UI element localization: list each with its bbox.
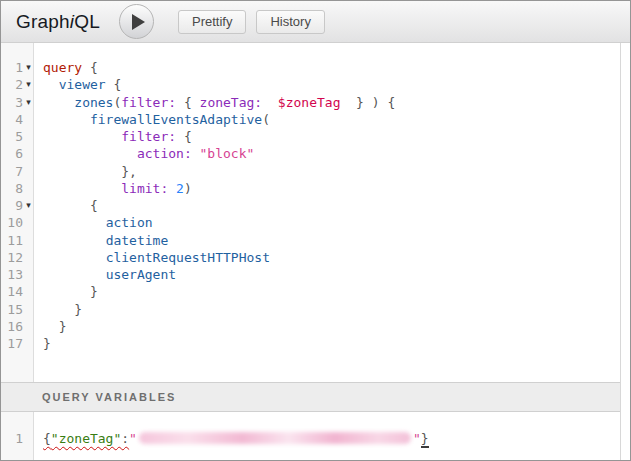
code-text: query { — [34, 59, 620, 76]
line-gutter: 5 — [1, 128, 34, 145]
variables-code-lines: 1{"zoneTag":""} — [1, 412, 620, 447]
line-gutter: 16 — [1, 318, 34, 335]
fold-gutter-spacer — [23, 430, 34, 447]
code-text: }, — [34, 163, 620, 180]
code-line[interactable]: 6 action: "block" — [1, 145, 620, 162]
main-area: 1▾query {2▾ viewer {3▾ zones(filter: { z… — [1, 43, 630, 460]
fold-gutter-spacer — [23, 163, 34, 180]
line-number: 7 — [1, 163, 23, 180]
code-text: filter: { — [34, 128, 620, 145]
code-text: zones(filter: { zoneTag: $zoneTag } ) { — [34, 94, 620, 111]
code-text: { — [34, 197, 620, 214]
code-line[interactable]: 1{"zoneTag":""} — [1, 430, 620, 447]
toolbar: GraphiQL Prettify History — [1, 1, 630, 43]
line-gutter: 2▾ — [1, 76, 34, 93]
code-line[interactable]: 10 action — [1, 214, 620, 231]
line-number: 15 — [1, 301, 23, 318]
code-line[interactable]: 16 } — [1, 318, 620, 335]
fold-gutter-spacer — [23, 249, 34, 266]
variables-editor[interactable]: 1{"zoneTag":""} — [1, 412, 620, 460]
pane-divider[interactable] — [621, 43, 630, 460]
code-text: userAgent — [34, 266, 620, 283]
fold-gutter-spacer — [23, 232, 34, 249]
fold-gutter-spacer — [23, 335, 34, 352]
line-number: 17 — [1, 335, 23, 352]
fold-arrow-icon[interactable]: ▾ — [23, 59, 34, 76]
line-number: 3 — [1, 94, 23, 111]
line-gutter: 6 — [1, 145, 34, 162]
code-line[interactable]: 2▾ viewer { — [1, 76, 620, 93]
code-line[interactable]: 12 clientRequestHTTPHost — [1, 249, 620, 266]
line-number: 2 — [1, 76, 23, 93]
line-number: 11 — [1, 232, 23, 249]
line-gutter: 17 — [1, 335, 34, 352]
fold-gutter-spacer — [23, 180, 34, 197]
code-line[interactable]: 11 datetime — [1, 232, 620, 249]
code-line[interactable]: 1▾query { — [1, 59, 620, 76]
fold-arrow-icon[interactable]: ▾ — [23, 197, 34, 214]
line-gutter: 13 — [1, 266, 34, 283]
query-code-lines: 1▾query {2▾ viewer {3▾ zones(filter: { z… — [1, 43, 620, 352]
code-text: limit: 2) — [34, 180, 620, 197]
line-gutter: 14 — [1, 283, 34, 300]
fold-gutter-spacer — [23, 128, 34, 145]
line-number: 12 — [1, 249, 23, 266]
logo-text-graph: Graph — [16, 11, 70, 32]
line-number: 4 — [1, 111, 23, 128]
code-text: firewallEventsAdaptive( — [34, 111, 620, 128]
redacted-value — [139, 432, 411, 444]
code-line[interactable]: 4 firewallEventsAdaptive( — [1, 111, 620, 128]
code-text: } — [34, 283, 620, 300]
line-number: 1 — [1, 59, 23, 76]
line-gutter: 9▾ — [1, 197, 34, 214]
code-line[interactable]: 13 userAgent — [1, 266, 620, 283]
line-number: 9 — [1, 197, 23, 214]
line-gutter: 1▾ — [1, 59, 34, 76]
code-text: {"zoneTag":""} — [34, 430, 620, 447]
code-line[interactable]: 5 filter: { — [1, 128, 620, 145]
graphiql-app: GraphiQL Prettify History 1▾query {2▾ vi… — [0, 0, 631, 461]
prettify-button[interactable]: Prettify — [178, 10, 246, 34]
code-text: } — [34, 318, 620, 335]
history-button[interactable]: History — [256, 10, 324, 34]
line-number: 10 — [1, 214, 23, 231]
line-gutter: 10 — [1, 214, 34, 231]
query-pane: 1▾query {2▾ viewer {3▾ zones(filter: { z… — [1, 43, 621, 460]
fold-gutter-spacer — [23, 283, 34, 300]
play-icon — [132, 14, 145, 30]
code-line[interactable]: 14 } — [1, 283, 620, 300]
code-line[interactable]: 9▾ { — [1, 197, 620, 214]
query-variables-title: Query Variables — [42, 391, 176, 403]
line-number: 6 — [1, 145, 23, 162]
fold-gutter-spacer — [23, 318, 34, 335]
line-number: 14 — [1, 283, 23, 300]
code-text: action — [34, 214, 620, 231]
line-number: 5 — [1, 128, 23, 145]
line-number: 8 — [1, 180, 23, 197]
graphiql-logo: GraphiQL — [16, 11, 100, 33]
line-gutter: 11 — [1, 232, 34, 249]
code-text: datetime — [34, 232, 620, 249]
line-gutter: 12 — [1, 249, 34, 266]
line-gutter: 1 — [1, 430, 34, 447]
code-line[interactable]: 17} — [1, 335, 620, 352]
fold-gutter-spacer — [23, 145, 34, 162]
code-text: viewer { — [34, 76, 620, 93]
line-gutter: 4 — [1, 111, 34, 128]
line-gutter: 8 — [1, 180, 34, 197]
code-line[interactable]: 7 }, — [1, 163, 620, 180]
line-number: 13 — [1, 266, 23, 283]
line-number: 1 — [1, 430, 23, 447]
code-text: clientRequestHTTPHost — [34, 249, 620, 266]
code-text: action: "block" — [34, 145, 620, 162]
line-number: 16 — [1, 318, 23, 335]
code-line[interactable]: 3▾ zones(filter: { zoneTag: $zoneTag } )… — [1, 94, 620, 111]
query-variables-header[interactable]: Query Variables — [1, 382, 620, 412]
code-line[interactable]: 8 limit: 2) — [1, 180, 620, 197]
query-editor[interactable]: 1▾query {2▾ viewer {3▾ zones(filter: { z… — [1, 43, 620, 382]
code-text: } — [34, 335, 620, 352]
fold-arrow-icon[interactable]: ▾ — [23, 76, 34, 93]
execute-query-button[interactable] — [119, 4, 154, 39]
code-line[interactable]: 15 } — [1, 301, 620, 318]
fold-arrow-icon[interactable]: ▾ — [23, 94, 34, 111]
